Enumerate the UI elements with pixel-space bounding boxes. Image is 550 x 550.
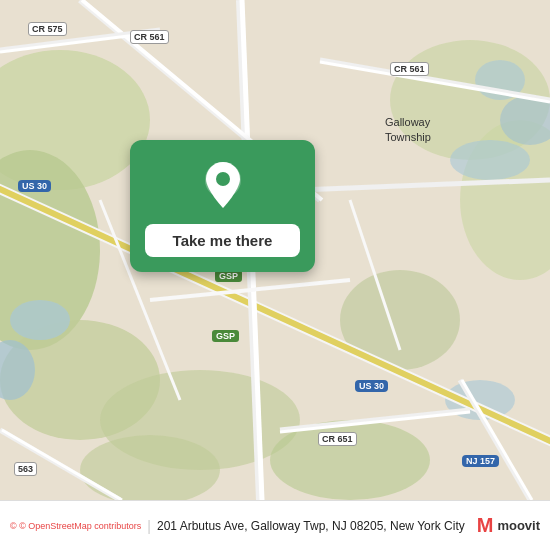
moovit-m-icon: M — [477, 514, 494, 537]
svg-point-12 — [450, 140, 530, 180]
osm-copyright-icon: © — [10, 521, 17, 531]
us30-right-label: US 30 — [355, 380, 388, 392]
moovit-logo: M moovit — [477, 514, 540, 537]
osm-attribution: © © OpenStreetMap contributors — [10, 521, 141, 531]
cr651-label: CR 651 — [318, 432, 357, 446]
gsp-mid-label: GSP — [212, 330, 239, 342]
take-me-there-button[interactable]: Take me there — [145, 224, 300, 257]
cr561-top-label: CR 561 — [130, 30, 169, 44]
osm-text: © OpenStreetMap contributors — [19, 521, 141, 531]
svg-point-37 — [216, 172, 230, 186]
bottom-bar: © © OpenStreetMap contributors | 201 Arb… — [0, 500, 550, 550]
separator: | — [147, 518, 151, 534]
cr563-label: 563 — [14, 462, 37, 476]
moovit-brand-text: moovit — [497, 518, 540, 533]
address-text: 201 Arbutus Ave, Galloway Twp, NJ 08205,… — [157, 519, 471, 533]
us30-left-label: US 30 — [18, 180, 51, 192]
cr561-right-label: CR 561 — [390, 62, 429, 76]
take-me-there-overlay: Take me there — [130, 140, 315, 272]
nj157-label: NJ 157 — [462, 455, 499, 467]
svg-point-10 — [10, 300, 70, 340]
cr575-label: CR 575 — [28, 22, 67, 36]
map-container: CR 575 CR 561 CR 561 US 30 US 30 GSP GSP… — [0, 0, 550, 500]
map-pin-icon — [202, 160, 244, 212]
galloway-label: GallowayTownship — [385, 115, 431, 146]
